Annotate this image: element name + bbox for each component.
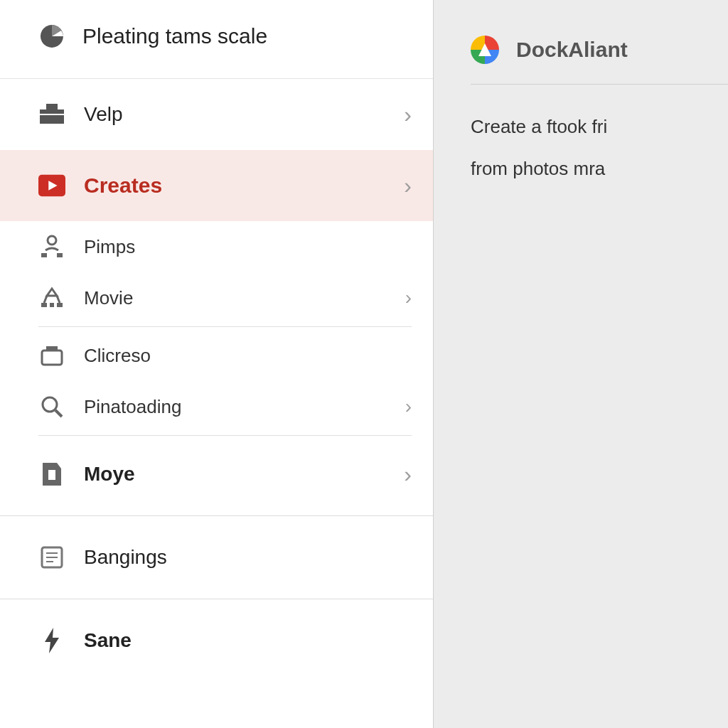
pie-chart-icon (38, 23, 65, 50)
menu-label: Bangings (84, 546, 412, 569)
svg-rect-10 (50, 303, 54, 307)
svg-line-7 (44, 296, 47, 303)
svg-rect-13 (46, 346, 58, 350)
menu-label: Pimps (84, 236, 412, 258)
content-line-1: Create a ftook fri (471, 116, 728, 138)
sidebar-item-sane[interactable]: Sane (0, 605, 433, 676)
briefcase-icon (38, 101, 65, 128)
play-icon (38, 172, 65, 199)
divider (38, 435, 412, 436)
box-icon (38, 342, 65, 369)
document-icon (38, 461, 65, 488)
chevron-right-icon: › (404, 173, 412, 199)
svg-rect-0 (40, 109, 64, 124)
menu-label: Creates (84, 173, 404, 198)
divider (38, 326, 412, 327)
chevron-right-icon: › (404, 461, 412, 488)
menu-label: Clicreso (84, 345, 412, 367)
svg-rect-16 (48, 470, 55, 480)
content-header: DockAliant (471, 36, 728, 85)
sidebar-item-movie[interactable]: Movie › (0, 272, 433, 323)
divider (0, 515, 433, 516)
sidebar-item-bangings[interactable]: Bangings (0, 522, 433, 593)
svg-rect-12 (42, 350, 62, 365)
chevron-right-icon: › (405, 395, 412, 418)
sidebar-item-clicreso[interactable]: Clicreso (0, 330, 433, 381)
menu-label: Movie (84, 287, 405, 309)
google-logo-icon (471, 36, 499, 64)
sidebar-item-pimps[interactable]: Pimps (0, 221, 433, 272)
svg-point-14 (43, 397, 57, 412)
person-node-icon (38, 233, 65, 260)
menu-label: Velp (84, 103, 404, 126)
menu-label: Sane (84, 629, 412, 652)
node-tree-icon (38, 284, 65, 311)
svg-rect-2 (40, 114, 64, 115)
svg-rect-9 (41, 303, 47, 307)
content-body: Create a ftook fri from photos mra (462, 85, 728, 180)
sidebar-header-label: Pleating tams scale (82, 24, 267, 48)
list-icon (38, 544, 65, 571)
sidebar-item-velp[interactable]: Velp › (0, 79, 433, 150)
svg-rect-5 (41, 253, 47, 257)
chevron-right-icon: › (405, 287, 412, 309)
svg-line-15 (55, 410, 62, 417)
sidebar-header: Pleating tams scale (0, 0, 433, 79)
content-title: DockAliant (516, 38, 628, 62)
svg-rect-11 (57, 303, 63, 307)
menu-label: Pinatoading (84, 396, 405, 418)
content-panel: DockAliant Create a ftook fri from photo… (434, 0, 728, 728)
divider (0, 599, 433, 599)
svg-line-8 (57, 296, 60, 303)
menu-label: Moye (84, 463, 404, 486)
search-icon (38, 393, 65, 420)
svg-rect-1 (46, 104, 58, 109)
content-line-2: from photos mra (471, 158, 728, 180)
sidebar: Pleating tams scale Velp › Creates › (0, 0, 434, 728)
bolt-icon (38, 627, 65, 654)
svg-point-4 (48, 236, 56, 245)
chevron-right-icon: › (404, 102, 412, 128)
sidebar-item-moye[interactable]: Moye › (0, 439, 433, 510)
sidebar-item-creates[interactable]: Creates › (0, 150, 433, 221)
svg-rect-6 (57, 253, 63, 257)
sidebar-item-pinatoading[interactable]: Pinatoading › (0, 381, 433, 432)
